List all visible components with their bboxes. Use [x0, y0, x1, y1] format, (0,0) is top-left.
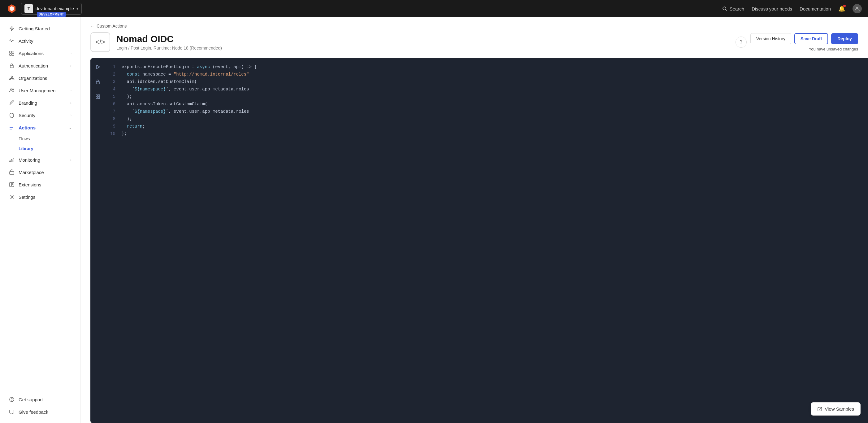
page-subtitle: Login / Post Login, Runtime: Node 18 (Re…	[116, 46, 729, 51]
sidebar-label-security: Security	[19, 113, 35, 118]
svg-point-9	[11, 76, 13, 78]
authentication-icon	[9, 63, 15, 69]
secrets-button[interactable]	[93, 77, 103, 87]
sidebar-label-give-feedback: Give feedback	[19, 410, 48, 415]
sidebar-label-organizations: Organizations	[19, 75, 48, 81]
help-button[interactable]: ?	[736, 36, 747, 48]
back-button[interactable]: ← Custom Actions	[90, 24, 127, 29]
tenant-name: dev-tenant-example	[36, 6, 74, 11]
sidebar-label-extensions: Extensions	[19, 182, 41, 187]
sidebar-item-security[interactable]: Security ›	[2, 109, 78, 121]
tenant-selector[interactable]: T dev-tenant-example DEVELOPMENT ▾	[21, 3, 82, 14]
sidebar-label-getting-started: Getting Started	[19, 26, 50, 31]
sidebar-item-settings[interactable]: Settings	[2, 191, 78, 203]
view-samples-label: View Samples	[825, 406, 854, 412]
documentation-link[interactable]: Documentation	[800, 6, 831, 11]
sub-label-flows: Flows	[19, 136, 30, 141]
sidebar-label-monitoring: Monitoring	[19, 157, 40, 162]
user-avatar[interactable]	[852, 4, 862, 13]
sidebar-bottom: ? Get support Give feedback	[0, 388, 80, 418]
editor-toolbar	[90, 58, 105, 423]
deploy-button[interactable]: Deploy	[831, 33, 858, 44]
branding-icon	[9, 100, 15, 106]
chevron-right-icon: ›	[70, 113, 71, 117]
security-icon	[9, 112, 15, 118]
svg-point-10	[9, 79, 11, 80]
sidebar-item-applications[interactable]: Applications ›	[2, 47, 78, 59]
svg-rect-27	[96, 82, 99, 84]
sub-label-library: Library	[19, 146, 33, 151]
breadcrumb-label: Custom Actions	[97, 24, 127, 29]
sidebar-sub-item-library[interactable]: Library	[2, 144, 78, 154]
chevron-right-icon: ›	[70, 52, 71, 55]
save-draft-button[interactable]: Save Draft	[794, 33, 828, 44]
svg-marker-26	[97, 65, 100, 69]
sidebar-item-give-feedback[interactable]: Give feedback	[2, 406, 78, 418]
navbar: T dev-tenant-example DEVELOPMENT ▾ Searc…	[0, 0, 868, 17]
sidebar-item-monitoring[interactable]: Monitoring ›	[2, 154, 78, 166]
run-button[interactable]	[93, 62, 103, 72]
svg-rect-7	[12, 54, 14, 55]
marketplace-icon	[9, 169, 15, 175]
svg-point-11	[13, 79, 14, 80]
version-history-button[interactable]: Version History	[750, 33, 791, 44]
code-text[interactable]: exports.onExecutePostLogin = async (even…	[119, 58, 868, 423]
svg-rect-20	[9, 172, 14, 174]
svg-line-14	[12, 78, 13, 79]
svg-rect-25	[9, 410, 14, 413]
sidebar-item-get-support[interactable]: ? Get support	[2, 393, 78, 406]
search-button[interactable]: Search	[722, 6, 744, 11]
lightning-icon	[9, 25, 15, 32]
svg-rect-30	[96, 97, 97, 98]
page-title-area: Nomad OIDC Login / Post Login, Runtime: …	[116, 34, 729, 51]
svg-rect-17	[9, 161, 10, 162]
svg-rect-29	[98, 95, 100, 96]
sidebar-item-user-management[interactable]: User Management ›	[2, 84, 78, 97]
svg-rect-28	[96, 95, 97, 96]
sidebar-item-branding[interactable]: Branding ›	[2, 97, 78, 109]
svg-rect-8	[10, 65, 13, 68]
sidebar-item-getting-started[interactable]: Getting Started	[2, 22, 78, 35]
monitoring-icon	[9, 157, 15, 163]
chevron-down-icon: ▾	[76, 6, 78, 11]
sidebar-item-marketplace[interactable]: Marketplace	[2, 166, 78, 178]
organizations-icon	[9, 75, 15, 81]
sidebar-item-organizations[interactable]: Organizations	[2, 72, 78, 84]
svg-rect-4	[9, 51, 11, 53]
content-area: ← Custom Actions </> Nomad OIDC Login / …	[81, 17, 868, 423]
sidebar-item-extensions[interactable]: Extensions	[2, 178, 78, 191]
navbar-actions: Search Discuss your needs Documentation …	[722, 4, 862, 13]
notification-dot	[843, 5, 846, 7]
svg-rect-6	[9, 54, 11, 55]
sidebar-item-activity[interactable]: Activity	[2, 35, 78, 47]
sidebar-item-actions[interactable]: Actions ⌄	[2, 121, 78, 134]
sidebar-sub-item-flows[interactable]: Flows	[2, 134, 78, 144]
sidebar-item-authentication[interactable]: Authentication ›	[2, 59, 78, 72]
svg-point-22	[11, 196, 13, 198]
sidebar-label-get-support: Get support	[19, 397, 43, 402]
logo	[6, 3, 17, 14]
chevron-right-icon: ›	[70, 89, 71, 92]
chevron-down-icon: ⌄	[69, 126, 71, 130]
notifications-button[interactable]: 🔔	[838, 5, 845, 12]
line-numbers: 1 2 3 4 5 6 7 8 9 10	[105, 58, 119, 423]
code-content[interactable]: 1 2 3 4 5 6 7 8 9 10 exports.onExecutePo…	[105, 58, 868, 423]
users-icon	[9, 87, 15, 93]
sidebar-label-authentication: Authentication	[19, 63, 48, 68]
page-title: Nomad OIDC	[116, 34, 729, 44]
extensions-icon	[9, 181, 15, 188]
svg-point-16	[12, 89, 13, 90]
sidebar-label-actions: Actions	[19, 125, 36, 130]
svg-rect-19	[13, 158, 14, 162]
svg-text:?: ?	[11, 398, 13, 401]
view-samples-button[interactable]: View Samples	[811, 402, 861, 416]
discuss-needs-link[interactable]: Discuss your needs	[752, 6, 792, 11]
external-link-icon	[817, 406, 822, 412]
support-icon: ?	[9, 396, 15, 402]
svg-rect-5	[12, 51, 14, 53]
sidebar-label-activity: Activity	[19, 38, 33, 44]
settings-icon	[9, 194, 15, 200]
svg-line-32	[819, 407, 822, 410]
modules-button[interactable]	[93, 92, 103, 101]
activity-icon	[9, 38, 15, 44]
